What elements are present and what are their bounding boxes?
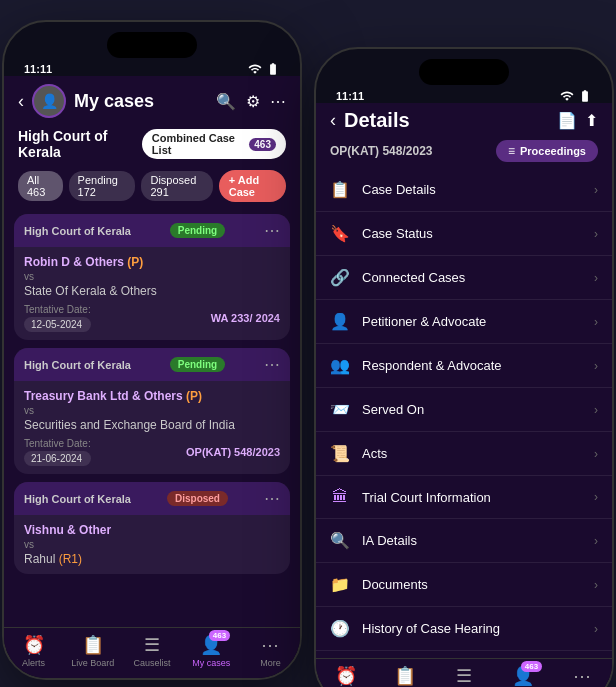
vs-1: vs (24, 271, 280, 282)
back-button-right[interactable]: ‹ (330, 110, 336, 131)
petitioner-3: Vishnu & Other (24, 523, 280, 537)
case-details-icon: 📋 (330, 180, 350, 199)
nav-liveboard-right[interactable]: 📋 Live Board (375, 665, 434, 687)
ia-details-chevron: › (594, 534, 598, 548)
detail-history[interactable]: 🕐 History of Case Hearing › (316, 607, 612, 651)
nav-more-left[interactable]: ⋯ More (241, 634, 300, 668)
ia-details-icon: 🔍 (330, 531, 350, 550)
combined-btn-label: Combined Case List (152, 132, 245, 156)
cases-list: High Court of Kerala Pending ⋯ Robin D &… (4, 208, 300, 674)
case-more-1[interactable]: ⋯ (264, 221, 280, 240)
case-card-1[interactable]: High Court of Kerala Pending ⋯ Robin D &… (14, 214, 290, 340)
documents-label: Documents (362, 577, 594, 592)
detail-respondent-advocate[interactable]: 👥 Respondent & Advocate › (316, 344, 612, 388)
detail-connected-cases[interactable]: 🔗 Connected Cases › (316, 256, 612, 300)
more-icon[interactable]: ⋯ (270, 92, 286, 111)
case-body-1: Robin D & Others (P) vs State Of Kerala … (14, 247, 290, 340)
case-card-2[interactable]: High Court of Kerala Pending ⋯ Treasury … (14, 348, 290, 474)
nav-alerts-right[interactable]: ⏰ Alerts (316, 665, 375, 687)
combined-case-list-button[interactable]: Combined Case List 463 (142, 129, 286, 159)
trial-court-chevron: › (594, 490, 598, 504)
nav-mycases-right[interactable]: 👤463 My cases (494, 665, 553, 687)
court-row: High Court of Kerala Combined Case List … (4, 124, 300, 166)
filter-all[interactable]: All 463 (18, 171, 63, 201)
liveboard-icon-left: 📋 (82, 634, 104, 656)
nav-more-right[interactable]: ⋯ More (553, 665, 612, 687)
respondent-advocate-icon: 👥 (330, 356, 350, 375)
petitioner-advocate-icon: 👤 (330, 312, 350, 331)
right-screen: ‹ Details 📄 ⬆ OP(KAT) 548/2023 ≡ Proceed… (316, 103, 612, 687)
status-badge-1: Pending (170, 223, 225, 238)
detail-case-status[interactable]: 🔖 Case Status › (316, 212, 612, 256)
acts-chevron: › (594, 447, 598, 461)
detail-acts[interactable]: 📜 Acts › (316, 432, 612, 476)
more-nav-label-left: More (260, 658, 281, 668)
respondent-3: Rahul (R1) (24, 552, 280, 566)
detail-documents[interactable]: 📁 Documents › (316, 563, 612, 607)
proceedings-button[interactable]: ≡ Proceedings (496, 140, 598, 162)
case-card-3[interactable]: High Court of Kerala Disposed ⋯ Vishnu &… (14, 482, 290, 574)
case-more-3[interactable]: ⋯ (264, 489, 280, 508)
case-more-2[interactable]: ⋯ (264, 355, 280, 374)
filter-pending[interactable]: Pending 172 (69, 171, 136, 201)
petitioner-1: Robin D & Others (P) (24, 255, 280, 269)
back-button-left[interactable]: ‹ (18, 91, 24, 112)
header-icons-left: 🔍 ⚙ ⋯ (216, 92, 286, 111)
mycases-icon-right: 👤463 (512, 665, 534, 687)
acts-icon: 📜 (330, 444, 350, 463)
nav-alerts-left[interactable]: ⏰ Alerts (4, 634, 63, 668)
petitioner-advocate-chevron: › (594, 315, 598, 329)
date-label-2: Tentative Date: (24, 438, 91, 449)
case-court-2: High Court of Kerala (24, 359, 131, 371)
case-id-row: OP(KAT) 548/2023 ≡ Proceedings (316, 138, 612, 168)
case-status-label: Case Status (362, 226, 594, 241)
mycases-label-left: My cases (192, 658, 230, 668)
acts-label: Acts (362, 446, 594, 461)
proceedings-label: Proceedings (520, 145, 586, 157)
respondent-1: State Of Kerala & Others (24, 284, 280, 298)
connected-cases-chevron: › (594, 271, 598, 285)
more-nav-icon-left: ⋯ (261, 634, 279, 656)
detail-ia-details[interactable]: 🔍 IA Details › (316, 519, 612, 563)
page-title-left: My cases (74, 91, 208, 112)
trial-court-icon: 🏛 (330, 488, 350, 506)
left-screen: ‹ 👤 My cases 🔍 ⚙ ⋯ High Court of Kerala … (4, 76, 300, 680)
status-icons-right (560, 89, 592, 103)
search-icon[interactable]: 🔍 (216, 92, 236, 111)
dynamic-island-left (107, 32, 197, 58)
served-on-label: Served On (362, 402, 594, 417)
add-case-button[interactable]: + Add Case (219, 170, 286, 202)
more-nav-icon-right: ⋯ (573, 665, 591, 687)
details-title: Details (344, 109, 549, 132)
avatar: 👤 (32, 84, 66, 118)
phones-container: 11:11 ‹ 👤 My cases 🔍 ⚙ ⋯ High Court of K… (0, 0, 616, 687)
filter-icon[interactable]: ⚙ (246, 92, 260, 111)
share-icon[interactable]: ⬆ (585, 111, 598, 130)
left-phone: 11:11 ‹ 👤 My cases 🔍 ⚙ ⋯ High Court of K… (2, 20, 302, 680)
petitioner-2: Treasury Bank Ltd & Others (P) (24, 389, 280, 403)
nav-causelist-right[interactable]: ☰ Causelist (434, 665, 493, 687)
case-court-1: High Court of Kerala (24, 225, 131, 237)
status-badge-2: Pending (170, 357, 225, 372)
left-header: ‹ 👤 My cases 🔍 ⚙ ⋯ (4, 76, 300, 124)
detail-petitioner-advocate[interactable]: 👤 Petitioner & Advocate › (316, 300, 612, 344)
alerts-icon-right: ⏰ (335, 665, 357, 687)
history-label: History of Case Hearing (362, 621, 594, 636)
status-bar-left: 11:11 (4, 58, 300, 76)
case-id-text: OP(KAT) 548/2023 (330, 144, 433, 158)
proceedings-icon: ≡ (508, 144, 515, 158)
detail-served-on[interactable]: 📨 Served On › (316, 388, 612, 432)
respondent-advocate-chevron: › (594, 359, 598, 373)
nav-causelist-left[interactable]: ☰ Causelist (122, 634, 181, 668)
doc-icon[interactable]: 📄 (557, 111, 577, 130)
detail-trial-court[interactable]: 🏛 Trial Court Information › (316, 476, 612, 519)
case-body-3: Vishnu & Other vs Rahul (R1) (14, 515, 290, 574)
connected-cases-label: Connected Cases (362, 270, 594, 285)
status-icons-left (248, 62, 280, 76)
nav-mycases-left[interactable]: 👤463 My cases (182, 634, 241, 668)
filter-disposed[interactable]: Disposed 291 (141, 171, 212, 201)
detail-case-details[interactable]: 📋 Case Details › (316, 168, 612, 212)
add-case-label: + Add Case (229, 174, 276, 198)
case-details-chevron: › (594, 183, 598, 197)
nav-liveboard-left[interactable]: 📋 Live Board (63, 634, 122, 668)
